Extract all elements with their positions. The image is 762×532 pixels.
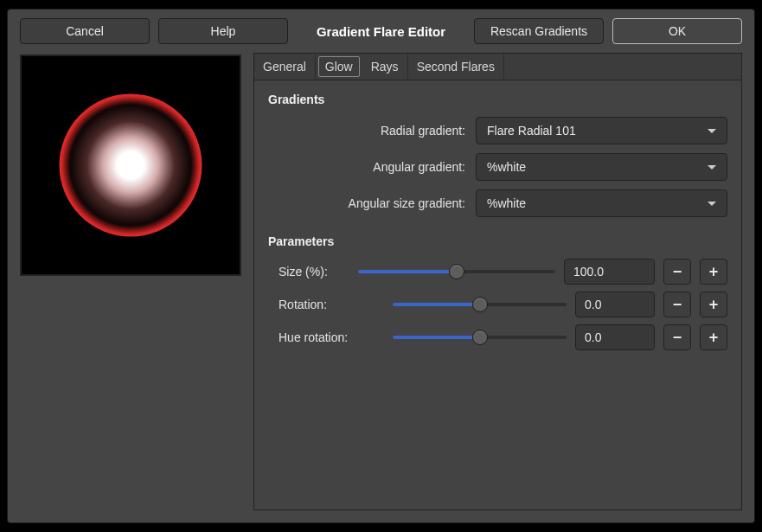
rotation-input[interactable]: 0.0	[575, 292, 655, 317]
settings-panel: Gradients Radial gradient: Flare Radial …	[253, 80, 742, 510]
hue-rotation-slider[interactable]	[393, 324, 567, 350]
size-increment-button[interactable]: +	[700, 259, 727, 285]
cancel-button[interactable]: Cancel	[20, 18, 150, 44]
rescan-button-label: Rescan Gradients	[490, 24, 587, 38]
angular-gradient-label: Angular gradient:	[268, 160, 476, 174]
rotation-param-row: Rotation: 0.0 − +	[268, 292, 727, 317]
cancel-button-label: Cancel	[66, 24, 104, 38]
flare-preview	[20, 54, 241, 276]
tab-second-flares-label: Second Flares	[417, 60, 495, 74]
rotation-value: 0.0	[585, 298, 601, 311]
slider-fill	[393, 303, 480, 306]
size-slider[interactable]	[358, 259, 555, 285]
size-value: 100.0	[573, 265, 604, 279]
tab-general[interactable]: General	[254, 54, 316, 80]
angular-gradient-select[interactable]: %white	[476, 153, 727, 181]
tab-glow[interactable]: Glow	[318, 56, 360, 77]
tab-rays-label: Rays	[371, 60, 399, 74]
radial-gradient-row: Radial gradient: Flare Radial 101	[268, 117, 727, 144]
slider-thumb[interactable]	[472, 297, 488, 312]
tab-glow-label: Glow	[325, 60, 353, 74]
tab-rays[interactable]: Rays	[362, 54, 408, 80]
slider-fill	[393, 336, 480, 339]
parameters-section-title: Parameters	[268, 234, 727, 248]
preview-column	[20, 53, 241, 510]
gradients-section-title: Gradients	[268, 93, 727, 106]
dialog-title: Gradient Flare Editor	[297, 24, 465, 39]
radial-gradient-select[interactable]: Flare Radial 101	[476, 117, 727, 144]
dialog-content: General Glow Rays Second Flares Gradient…	[8, 51, 754, 522]
tab-general-label: General	[263, 60, 306, 74]
hue-decrement-button[interactable]: −	[663, 324, 691, 350]
angular-size-gradient-label: Angular size gradient:	[268, 196, 476, 210]
slider-thumb[interactable]	[449, 264, 464, 279]
slider-fill	[358, 270, 457, 273]
hue-rotation-param-row: Hue rotation: 0.0 − +	[268, 324, 727, 350]
slider-track	[358, 270, 555, 273]
minus-icon: −	[673, 329, 682, 347]
chevron-down-icon	[708, 165, 716, 170]
plus-icon: +	[709, 296, 719, 314]
flare-ring-graphic	[60, 94, 202, 237]
angular-size-gradient-row: Angular size gradient: %white	[268, 189, 727, 217]
angular-size-gradient-value: %white	[487, 196, 526, 210]
top-button-bar: Cancel Help Gradient Flare Editor Rescan…	[8, 10, 754, 51]
ok-button[interactable]: OK	[612, 18, 742, 44]
minus-icon: −	[673, 296, 682, 314]
angular-size-gradient-select[interactable]: %white	[476, 189, 727, 217]
hue-rotation-value: 0.0	[585, 330, 601, 344]
radial-gradient-value: Flare Radial 101	[487, 124, 576, 138]
settings-column: General Glow Rays Second Flares Gradient…	[253, 53, 742, 510]
slider-track	[393, 303, 567, 306]
tab-second-flares[interactable]: Second Flares	[408, 54, 504, 80]
rotation-label: Rotation:	[268, 298, 349, 311]
chevron-down-icon	[708, 202, 716, 206]
gradient-flare-editor-dialog: Cancel Help Gradient Flare Editor Rescan…	[7, 9, 755, 523]
hue-increment-button[interactable]: +	[700, 324, 727, 350]
angular-gradient-value: %white	[487, 160, 526, 174]
chevron-down-icon	[708, 129, 716, 133]
minus-icon: −	[673, 263, 682, 281]
size-param-row: Size (%): 100.0 − +	[268, 259, 727, 285]
size-input[interactable]: 100.0	[564, 259, 655, 285]
tab-bar: General Glow Rays Second Flares	[253, 53, 742, 80]
size-label: Size (%):	[268, 265, 349, 279]
hue-rotation-label: Hue rotation:	[268, 330, 365, 344]
angular-gradient-row: Angular gradient: %white	[268, 153, 727, 181]
plus-icon: +	[709, 263, 719, 281]
rotation-decrement-button[interactable]: −	[663, 292, 691, 317]
slider-track	[393, 336, 567, 339]
rescan-gradients-button[interactable]: Rescan Gradients	[474, 18, 604, 44]
size-decrement-button[interactable]: −	[663, 259, 691, 285]
plus-icon: +	[709, 329, 719, 347]
radial-gradient-label: Radial gradient:	[268, 124, 476, 138]
ok-button-label: OK	[669, 24, 686, 38]
help-button[interactable]: Help	[158, 18, 288, 44]
rotation-slider[interactable]	[393, 292, 567, 317]
rotation-increment-button[interactable]: +	[700, 292, 727, 317]
help-button-label: Help	[211, 24, 236, 38]
hue-rotation-input[interactable]: 0.0	[575, 324, 655, 350]
slider-thumb[interactable]	[472, 330, 488, 345]
